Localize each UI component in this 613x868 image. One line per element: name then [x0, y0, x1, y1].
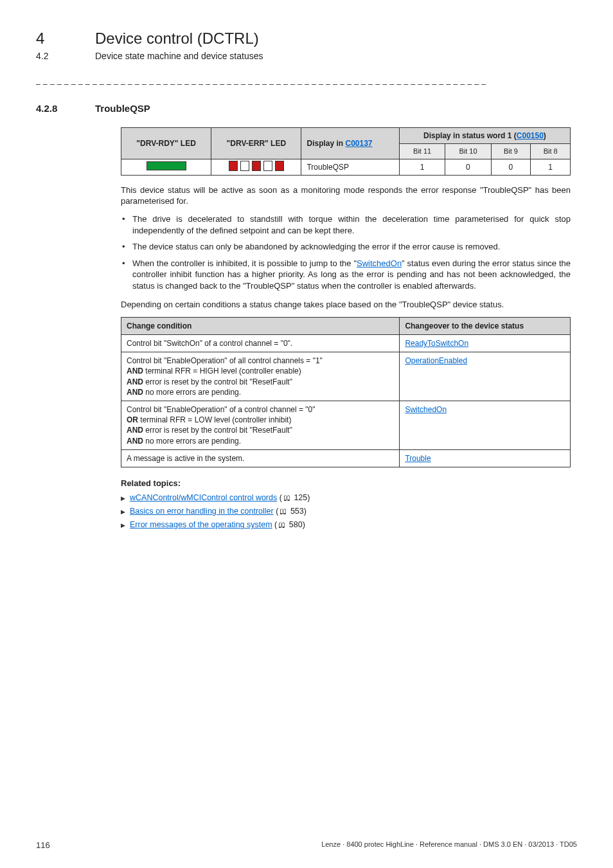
cc-bold: AND: [127, 437, 143, 446]
page-number: 116: [36, 840, 50, 851]
page-num: 125: [294, 493, 307, 502]
led-green-icon: [147, 161, 186, 170]
para-depending: Depending on certain conditions a status…: [121, 299, 571, 311]
cc-cell-cond-0: Control bit "SwitchOn" of a control chan…: [121, 335, 400, 352]
list-item: Error messages of the operating system (…: [121, 520, 571, 530]
cc-line: error is reset by the control bit "Reset…: [143, 377, 292, 386]
cc-cell-cond-3: A message is active in the system.: [121, 449, 400, 467]
th-err-led: "DRV-ERR" LED: [211, 127, 301, 159]
page-num: 580: [289, 520, 303, 529]
page: 4 Device control (DCTRL) 4.2 Device stat…: [0, 0, 613, 868]
page-ref: (🕮 125): [280, 493, 310, 502]
th-display: Display in C00137: [301, 127, 399, 159]
link-c00137[interactable]: C00137: [346, 139, 373, 148]
bullet-list: The drive is decelerated to standstill w…: [121, 213, 571, 291]
link-operationenabled[interactable]: OperationEnabled: [405, 356, 467, 365]
chapter-number: 4: [36, 28, 77, 49]
cc-line: error is reset by the control bit "Reset…: [143, 426, 292, 435]
cc-line: Control bit "EnableOperation" of all con…: [127, 356, 323, 365]
th-display-prefix: Display in: [306, 139, 345, 148]
cc-cell-link-0: ReadyToSwitchOn: [400, 335, 571, 352]
table-row: Control bit "SwitchOn" of a control chan…: [121, 335, 571, 352]
list-item: wCANControl/wMCIControl control words (🕮…: [121, 493, 571, 503]
cc-line: no more errors are pending.: [143, 437, 241, 446]
related-list: wCANControl/wMCIControl control words (🕮…: [121, 493, 571, 530]
cc-bold: AND: [127, 377, 143, 386]
cc-line: Control bit "EnableOperation" of a contr…: [127, 405, 315, 414]
separator-line: _ _ _ _ _ _ _ _ _ _ _ _ _ _ _ _ _ _ _ _ …: [36, 75, 577, 86]
cc-cell-cond-1: Control bit "EnableOperation" of all con…: [121, 352, 400, 401]
status-table: "DRV-RDY" LED "DRV-ERR" LED Display in C…: [121, 127, 571, 176]
cell-bit9: 0: [491, 159, 531, 175]
link-related-0[interactable]: wCANControl/wMCIControl control words: [130, 493, 277, 502]
link-readytoswitchon[interactable]: ReadyToSwitchOn: [405, 339, 468, 348]
cc-line: terminal RFR = HIGH level (controller en…: [143, 366, 301, 375]
cell-bit10: 0: [445, 159, 491, 175]
th-bit8: Bit 8: [531, 143, 571, 159]
cell-rdy-led: [121, 159, 211, 175]
page-ref: (🕮 553): [276, 507, 306, 516]
th-bit10: Bit 10: [445, 143, 491, 159]
cell-bit8: 1: [531, 159, 571, 175]
table-row: Control bit "EnableOperation" of all con…: [121, 352, 571, 401]
link-related-2[interactable]: Error messages of the operating system: [130, 520, 272, 529]
cc-cell-cond-2: Control bit "EnableOperation" of a contr…: [121, 401, 400, 449]
page-ref: (🕮 580): [274, 520, 305, 529]
cc-cell-link-2: SwitchedOn: [400, 401, 571, 449]
book-icon: 🕮: [280, 507, 287, 516]
list-item: Basics on error handling in the controll…: [121, 506, 571, 517]
cc-bold: AND: [127, 388, 143, 397]
section-title: TroubleQSP: [95, 102, 150, 115]
bullet-3-pre: When the controller is inhibited, it is …: [132, 258, 357, 268]
footer: 116 Lenze · 8400 protec HighLine · Refer…: [36, 840, 577, 851]
cc-line: terminal RFR = LOW level (controller inh…: [138, 415, 291, 424]
subchapter-number: 4.2: [36, 50, 77, 62]
table-row: A message is active in the system. Troub…: [121, 449, 571, 467]
cc-bold: OR: [127, 415, 138, 424]
th-bit9: Bit 9: [491, 143, 531, 159]
th-status-suffix: ): [544, 131, 546, 140]
footer-doc-info: Lenze · 8400 protec HighLine · Reference…: [321, 840, 577, 851]
subchapter-header: 4.2 Device state machine and device stat…: [36, 50, 577, 62]
cell-err-led: [211, 159, 301, 175]
cc-th-status: Changeover to the device status: [400, 317, 571, 334]
chapter-header: 4 Device control (DCTRL): [36, 28, 577, 49]
para-intro: This device status will be active as soo…: [121, 185, 571, 207]
cc-bold: AND: [127, 426, 143, 435]
link-switchedon[interactable]: SwitchedOn: [357, 258, 402, 268]
chapter-title: Device control (DCTRL): [95, 28, 259, 49]
link-related-1[interactable]: Basics on error handling in the controll…: [130, 507, 274, 516]
subchapter-title: Device state machine and device statuses: [95, 50, 263, 62]
cc-cell-link-1: OperationEnabled: [400, 352, 571, 401]
book-icon: 🕮: [278, 520, 285, 530]
led-blink-icon: [229, 161, 284, 171]
change-condition-table: Change condition Changeover to the devic…: [121, 317, 571, 467]
cc-th-condition: Change condition: [121, 317, 400, 334]
th-status-prefix: Display in status word 1 (: [423, 131, 517, 140]
cell-bit11: 1: [399, 159, 445, 175]
bullet-3: When the controller is inhibited, it is …: [121, 258, 571, 292]
page-num: 553: [290, 507, 304, 516]
cell-display: TroubleQSP: [301, 159, 399, 175]
cc-bold: AND: [127, 366, 143, 375]
link-c00150[interactable]: C00150: [517, 131, 544, 140]
table-row: Control bit "EnableOperation" of a contr…: [121, 401, 571, 449]
link-trouble[interactable]: Trouble: [405, 454, 431, 463]
section-number: 4.2.8: [36, 102, 77, 115]
th-rdy-led: "DRV-RDY" LED: [121, 127, 211, 159]
th-bit11: Bit 11: [399, 143, 445, 159]
bullet-1: The drive is decelerated to standstill w…: [121, 213, 571, 236]
cc-line: no more errors are pending.: [143, 388, 241, 397]
link-switchedon-2[interactable]: SwitchedOn: [405, 405, 447, 414]
book-icon: 🕮: [283, 493, 290, 503]
section-heading: 4.2.8 TroubleQSP: [36, 102, 577, 115]
content-area: "DRV-RDY" LED "DRV-ERR" LED Display in C…: [121, 127, 571, 530]
bullet-2: The device status can only be abandoned …: [121, 241, 571, 253]
cc-cell-link-3: Trouble: [400, 449, 571, 467]
related-heading: Related topics:: [121, 478, 571, 489]
th-status-word: Display in status word 1 (C00150): [399, 127, 570, 143]
